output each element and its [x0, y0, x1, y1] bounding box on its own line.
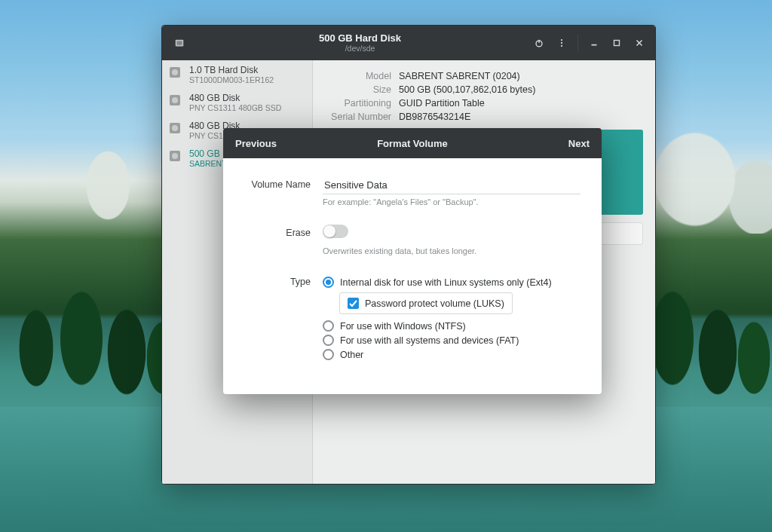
- luks-checkbox-row[interactable]: Password protect volume (LUKS): [339, 292, 513, 314]
- value-part: GUID Partition Table: [399, 98, 485, 109]
- radio-icon: [323, 277, 334, 288]
- erase-toggle[interactable]: [323, 225, 348, 238]
- window-titlebar: 500 GB Hard Disk /dev/sde: [162, 26, 655, 60]
- wallpaper-forest-left: [0, 211, 181, 407]
- hdd-icon: [168, 149, 183, 164]
- svg-point-6: [561, 45, 562, 47]
- type-option-other[interactable]: Other: [323, 349, 581, 360]
- type-option-ntfs[interactable]: For use with Windows (NTFS): [323, 320, 581, 332]
- next-button[interactable]: Next: [537, 138, 590, 149]
- dialog-header: Previous Format Volume Next: [223, 128, 602, 158]
- volume-name-label: Volume Name: [244, 176, 311, 190]
- minimize-button[interactable]: [584, 33, 604, 53]
- disk-item-title: 1.0 TB Hard Disk: [189, 65, 306, 75]
- value-size: 500 GB (500,107,862,016 bytes): [399, 84, 535, 95]
- hdd-icon: [168, 66, 183, 81]
- hdd-icon: [168, 93, 183, 109]
- format-volume-dialog: Previous Format Volume Next Volume Name …: [223, 128, 602, 394]
- hdd-icon: [168, 121, 183, 136]
- type-option-label: Internal disk for use with Linux systems…: [340, 277, 552, 288]
- label-serial: Serial Number: [325, 112, 391, 122]
- svg-point-12: [172, 69, 178, 75]
- window-title: 500 GB Hard Disk: [191, 33, 529, 44]
- svg-point-14: [172, 97, 178, 103]
- svg-point-5: [561, 42, 562, 44]
- disk-item-0[interactable]: 1.0 TB Hard Disk ST1000DM003-1ER162: [162, 60, 312, 88]
- label-size: Size: [325, 84, 391, 95]
- disk-item-sub: PNY CS1311 480GB SSD: [189, 103, 306, 112]
- radio-icon: [323, 349, 334, 360]
- power-icon[interactable]: [529, 33, 549, 53]
- volume-name-input[interactable]: [323, 176, 581, 194]
- disk-item-sub: ST1000DM003-1ER162: [189, 75, 306, 84]
- type-option-label: For use with Windows (NTFS): [340, 321, 466, 332]
- label-part: Partitioning: [325, 98, 391, 109]
- maximize-button[interactable]: [607, 33, 626, 53]
- kebab-menu-icon[interactable]: [552, 33, 571, 53]
- label-model: Model: [325, 71, 391, 81]
- disk-item-1[interactable]: 480 GB Disk PNY CS1311 480GB SSD: [162, 88, 312, 116]
- checkbox-checked-icon: [348, 298, 359, 309]
- window-subtitle: /dev/sde: [191, 44, 529, 53]
- app-menu-icon[interactable]: [170, 33, 189, 53]
- svg-rect-1: [177, 41, 182, 44]
- dialog-title: Format Volume: [288, 138, 537, 149]
- type-option-fat[interactable]: For use with all systems and devices (FA…: [323, 335, 581, 346]
- radio-icon: [323, 320, 334, 332]
- type-label: Type: [244, 274, 311, 287]
- value-serial: DB9876543214E: [399, 112, 470, 122]
- close-button[interactable]: [630, 33, 649, 53]
- svg-point-16: [172, 125, 178, 131]
- disk-item-title: 480 GB Disk: [189, 93, 306, 103]
- type-option-label: For use with all systems and devices (FA…: [340, 335, 519, 346]
- volume-name-hint: For example: "Angela's Files" or "Backup…: [323, 197, 581, 206]
- previous-button[interactable]: Previous: [235, 138, 288, 149]
- value-model: SABRENT SABRENT (0204): [399, 71, 520, 81]
- luks-label: Password protect volume (LUKS): [365, 298, 504, 309]
- radio-icon: [323, 335, 334, 346]
- svg-rect-8: [614, 41, 620, 46]
- type-option-ext4[interactable]: Internal disk for use with Linux systems…: [323, 277, 581, 288]
- erase-label: Erase: [244, 225, 311, 238]
- titlebar-separator: [577, 34, 578, 52]
- erase-hint: Overwrites existing data, but takes long…: [323, 246, 581, 255]
- svg-point-18: [172, 153, 178, 159]
- type-option-label: Other: [340, 350, 363, 360]
- svg-point-4: [561, 39, 562, 41]
